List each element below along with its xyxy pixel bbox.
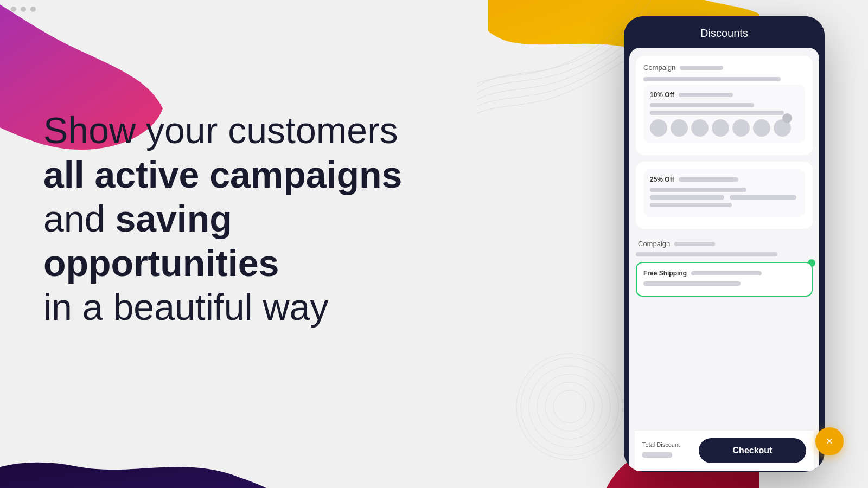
avatar-5 xyxy=(732,119,750,137)
main-content: Show your customers all active campaigns… xyxy=(43,108,467,330)
25off-label: 25% Off xyxy=(650,176,674,183)
headline-text-2: all active campaigns xyxy=(43,154,402,195)
25off-line2a xyxy=(650,195,724,200)
dot-3 xyxy=(30,7,36,12)
checkout-button[interactable]: Checkout xyxy=(699,438,806,463)
close-icon: × xyxy=(826,434,833,448)
svg-point-5 xyxy=(516,354,623,460)
svg-point-1 xyxy=(545,382,594,431)
phone-header: Discounts xyxy=(624,16,825,48)
dot-1 xyxy=(11,7,16,12)
10off-toggle xyxy=(782,113,792,123)
free-shipping-header: Free Shipping xyxy=(643,269,805,277)
avatar-2 xyxy=(671,119,688,137)
25off-line2b xyxy=(730,195,796,200)
campaign-2-label: Compaign xyxy=(638,240,670,248)
headline-line1: Show your customers xyxy=(43,108,467,153)
campaign-2-header: Compaign xyxy=(636,235,813,252)
headline-line2: all active campaigns xyxy=(43,153,467,197)
headline-line4: in a beautiful way xyxy=(43,285,467,330)
avatar-1 xyxy=(650,119,667,137)
headline-text-4: in a beautiful way xyxy=(43,286,328,328)
free-shipping-label: Free Shipping xyxy=(643,269,687,277)
svg-point-2 xyxy=(537,374,602,439)
close-fab-button[interactable]: × xyxy=(815,427,844,455)
10off-line2 xyxy=(650,111,784,115)
svg-point-3 xyxy=(529,366,610,447)
free-shipping-skeleton xyxy=(691,271,762,275)
discount-item-25off: 25% Off xyxy=(643,169,805,217)
headline-text-3a: and xyxy=(43,198,105,239)
free-shipping-wrapper: Free Shipping xyxy=(636,262,813,297)
svg-point-4 xyxy=(521,358,618,455)
campaign-1-label: Compaign xyxy=(643,63,675,72)
phone-footer: Total Discount Checkout xyxy=(635,430,814,471)
25off-line1 xyxy=(650,188,746,192)
25off-line3 xyxy=(650,203,732,207)
phone-mockup: Discounts Compaign 10% Off xyxy=(624,16,825,472)
total-discount-label: Total Discount xyxy=(642,441,692,448)
svg-point-0 xyxy=(553,390,586,423)
campaign-2-skeleton xyxy=(674,242,715,246)
campaign-card-2: 25% Off xyxy=(636,162,813,229)
25off-skeleton xyxy=(679,177,738,182)
dot-2 xyxy=(21,7,26,12)
10off-label: 10% Off xyxy=(650,91,674,99)
campaign-1-skeleton xyxy=(680,66,723,70)
discount-item-10off: 10% Off xyxy=(643,85,805,143)
skeleton-1-1 xyxy=(643,77,781,81)
phone-title: Discounts xyxy=(700,27,748,39)
avatar-3 xyxy=(691,119,709,137)
10off-avatars xyxy=(650,119,799,137)
10off-line1 xyxy=(650,103,754,107)
10off-header: 10% Off xyxy=(650,91,799,99)
total-discount-value xyxy=(642,452,672,458)
10off-skeleton xyxy=(679,93,733,97)
free-shipping-line xyxy=(643,281,741,286)
decorative-dots xyxy=(11,7,36,12)
campaign-section-2: Compaign Free Shipping xyxy=(636,235,813,297)
avatar-6 xyxy=(753,119,770,137)
free-shipping-card: Free Shipping xyxy=(636,262,813,297)
phone-body[interactable]: Compaign 10% Off xyxy=(629,48,819,471)
total-discount-section: Total Discount xyxy=(642,441,692,460)
headline-text-1: Show your customers xyxy=(43,110,398,151)
25off-header: 25% Off xyxy=(650,176,799,183)
headline-line3: and saving opportunities xyxy=(43,197,467,285)
campaign-2-line xyxy=(636,252,777,256)
avatar-4 xyxy=(712,119,729,137)
campaign-card-1: Compaign 10% Off xyxy=(636,56,813,155)
campaign-1-header: Compaign xyxy=(643,63,805,72)
